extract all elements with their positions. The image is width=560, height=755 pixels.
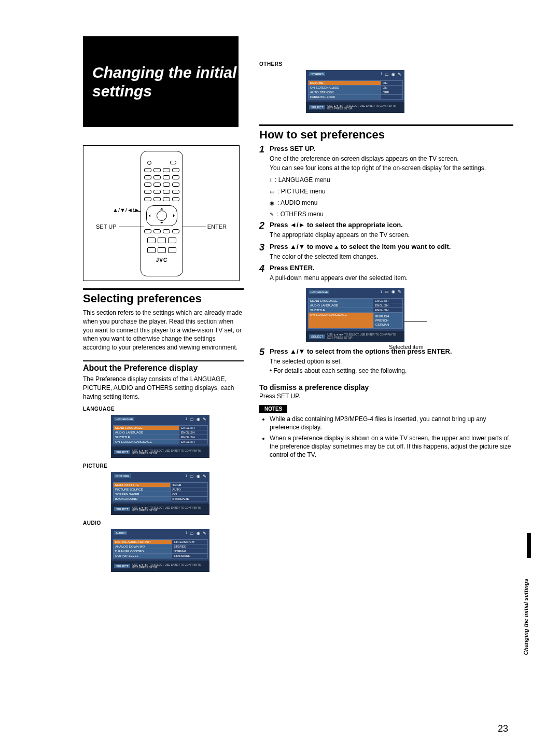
page-number: 23 [498,723,508,734]
picture-osd-heading: PICTURE [83,463,244,469]
step5-desc2: • For details about each setting, see th… [270,367,513,375]
menu-language-label: : LANGUAGE menu [275,176,330,184]
others-osd-heading: OTHERS [259,61,513,67]
dropdown-osd: LANGUAGE⟟▭◉✎ MENU LANGUAGEENGLISH AUDIO … [306,288,404,342]
step5-title: Press ▲/▼ to select from the options the… [270,347,452,357]
step1-desc2: You can see four icons at the top right … [270,164,513,173]
selecting-preferences-text: This section refers to the settings whic… [83,309,244,352]
dismiss-heading: To dismiss a preference display [259,383,513,392]
side-tab [527,533,531,558]
audio-osd: AUDIO⟟▭◉✎ DIGITAL AUDIO OUTPUTSTREAM/PCM… [111,529,209,572]
menu-others-label: : OTHERS menu [277,211,324,218]
step4-desc: A pull-down menu appears over the select… [270,274,513,283]
menu-picture-label: : PICTURE menu [277,188,326,195]
menu-audio-label: : AUDIO menu [277,199,317,206]
audio-osd-heading: AUDIO [83,520,244,526]
remote-enter-label: ENTER [207,223,227,230]
step4-title: Press ENTER. [270,264,315,273]
remote-brand: JVC [156,257,167,263]
page-title-box: Changing the initial settings [83,36,239,127]
picture-osd: PICTURE⟟▭◉✎ MONITOR TYPE4:3 LB PICTURE S… [111,472,209,515]
language-osd-heading: LANGUAGE [83,406,244,412]
selecting-preferences-heading: Selecting preferences [83,288,244,305]
dismiss-text: Press SET UP. [259,393,513,400]
side-section-label: Changing the initial settings [523,579,529,655]
remote-diagram: JVC ▲/▼/◄/► SET UP ENTER [83,145,240,281]
note-item: When a preference display is shown on a … [270,434,513,459]
remote-arrows-label: ▲/▼/◄/► [113,207,140,213]
how-to-set-heading: How to set preferences [259,124,513,142]
about-preference-heading: About the Preference display [83,360,244,373]
picture-icon: ▭ [270,189,274,194]
step1-desc1: One of the preference on-screen displays… [270,155,513,163]
page-title: Changing the initial settings [92,63,239,101]
selected-item-callout: Selected item [389,344,424,350]
step2-desc: The appropriate display appears on the T… [270,231,513,240]
language-osd: LANGUAGE⟟▭◉✎ MENU LANGUAGEENGLISH AUDIO … [111,415,209,458]
step5-desc1: The selected option is set. [270,358,513,366]
step3-desc: The color of the selected item changes. [270,253,513,261]
notes-list: While a disc containing MP3/MPEG-4 files… [259,415,513,459]
note-item: While a disc containing MP3/MPEG-4 files… [270,415,513,431]
step3-title: Press ▲/▼ to move ⟁ to select the item y… [270,243,451,252]
about-preference-text: The Preference display consists of the L… [83,375,244,401]
language-icon: ⟟ [270,177,272,183]
step1-title: Press SET UP. [270,145,315,154]
others-icon: ✎ [270,212,274,217]
notes-heading: NOTES [259,405,287,413]
remote-setup-label: SET UP [96,223,117,230]
others-osd: OTHERS⟟▭◉✎ RESUMEON ON SCREEN GUIDEON AU… [306,70,404,113]
step2-title: Press ◄/► to select the appropriate icon… [270,221,403,230]
audio-icon: ◉ [270,200,274,206]
